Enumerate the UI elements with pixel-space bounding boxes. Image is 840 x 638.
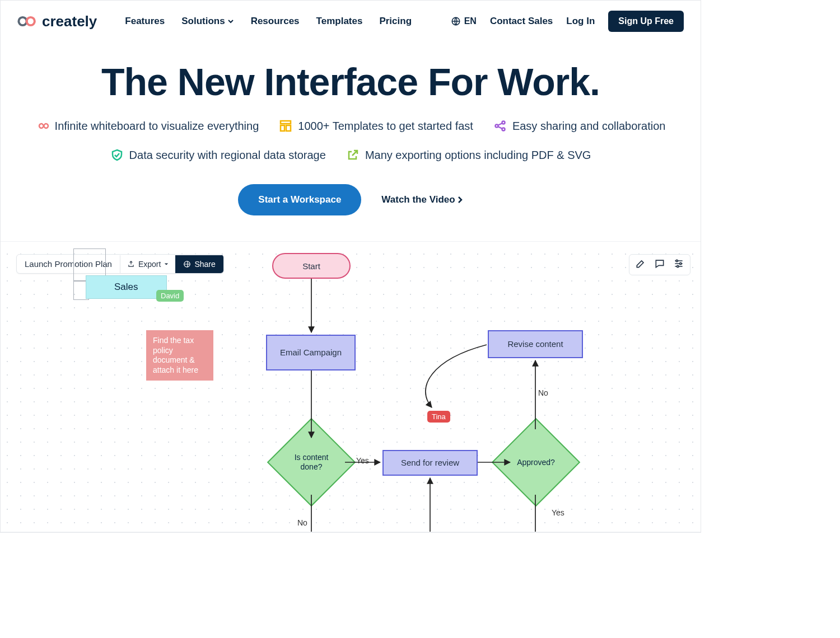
flowchart-approved[interactable]: Approved? — [505, 431, 567, 494]
comment-tool[interactable] — [654, 258, 665, 271]
globe-small-icon — [183, 260, 191, 268]
comment-icon — [654, 258, 665, 269]
start-workspace-button[interactable]: Start a Workspace — [238, 184, 361, 215]
brand-name: creately — [42, 13, 97, 30]
flowchart-content-done[interactable]: Is content done? — [280, 431, 343, 494]
flowchart-start[interactable]: Start — [272, 253, 351, 279]
svg-point-1 — [27, 17, 35, 25]
infinity-icon — [36, 119, 49, 133]
settings-tool[interactable] — [673, 258, 684, 271]
canvas-right-tools — [629, 254, 690, 275]
export-button[interactable]: Export — [120, 255, 175, 273]
caret-down-icon — [164, 262, 169, 266]
login-link[interactable]: Log In — [566, 16, 595, 27]
feature-templates: 1000+ Templates to get started fast — [279, 119, 473, 133]
share-button[interactable]: Share — [175, 255, 223, 273]
hero-title: The New Interface For Work. — [1, 60, 701, 104]
feature-list: Infinite whiteboard to visualize everyth… — [26, 119, 675, 162]
edge-label-yes-1: Yes — [356, 456, 369, 465]
edge-label-yes-2: Yes — [552, 508, 564, 517]
svg-rect-5 — [286, 125, 291, 131]
feature-whiteboard: Infinite whiteboard to visualize everyth… — [36, 119, 259, 133]
external-link-icon — [346, 148, 360, 162]
sliders-icon — [673, 258, 684, 269]
edit-icon — [635, 258, 646, 269]
flowchart-send-review[interactable]: Send for review — [382, 450, 478, 476]
cta-row: Start a Workspace Watch the Video — [1, 184, 701, 215]
header-right: EN Contact Sales Log In Sign Up Free — [451, 11, 684, 32]
nav-features[interactable]: Features — [125, 16, 165, 27]
export-icon — [127, 260, 135, 268]
nav-templates[interactable]: Templates — [316, 16, 363, 27]
language-selector[interactable]: EN — [451, 16, 477, 26]
edit-tool[interactable] — [635, 258, 646, 271]
edge-label-no-2: No — [538, 388, 548, 397]
shield-icon — [110, 148, 124, 162]
logo-icon — [17, 15, 39, 28]
sales-card[interactable]: Sales — [86, 275, 167, 299]
main-nav: Features Solutions Resources Templates P… — [125, 16, 412, 27]
flowchart-revise[interactable]: Revise content — [488, 330, 583, 358]
svg-point-0 — [18, 17, 26, 25]
share-icon — [493, 119, 507, 133]
svg-point-10 — [676, 260, 678, 261]
signup-button[interactable]: Sign Up Free — [608, 11, 684, 32]
svg-point-12 — [677, 265, 679, 267]
user-tag-tina: Tina — [427, 411, 450, 423]
feature-security: Data security with regional data storage — [110, 148, 326, 162]
feature-sharing: Easy sharing and collaboration — [493, 119, 666, 133]
brand-logo[interactable]: creately — [17, 13, 97, 30]
user-tag-david: David — [156, 290, 184, 302]
sticky-note[interactable]: Find the tax policy document & attach it… — [146, 330, 213, 381]
watch-video-link[interactable]: Watch the Video — [381, 194, 463, 205]
chevron-right-icon — [458, 196, 463, 203]
nav-pricing[interactable]: Pricing — [379, 16, 412, 27]
canvas-preview: Launch Promotion Plan Export Share Sales… — [1, 241, 701, 532]
svg-rect-3 — [281, 121, 291, 124]
feature-export: Many exporting options including PDF & S… — [346, 148, 591, 162]
flowchart-email[interactable]: Email Campaign — [266, 335, 356, 370]
svg-rect-4 — [281, 125, 284, 131]
edge-label-no-1: No — [297, 518, 307, 527]
canvas-toolbar: Launch Promotion Plan Export Share — [16, 254, 224, 274]
templates-icon — [279, 119, 292, 133]
svg-point-11 — [680, 262, 682, 264]
contact-sales-link[interactable]: Contact Sales — [490, 16, 553, 27]
chevron-down-icon — [227, 18, 234, 25]
globe-icon — [451, 16, 461, 26]
nav-resources[interactable]: Resources — [251, 16, 300, 27]
nav-solutions[interactable]: Solutions — [181, 16, 234, 27]
header: creately Features Solutions Resources Te… — [1, 1, 701, 32]
hero: The New Interface For Work. Infinite whi… — [1, 60, 701, 215]
